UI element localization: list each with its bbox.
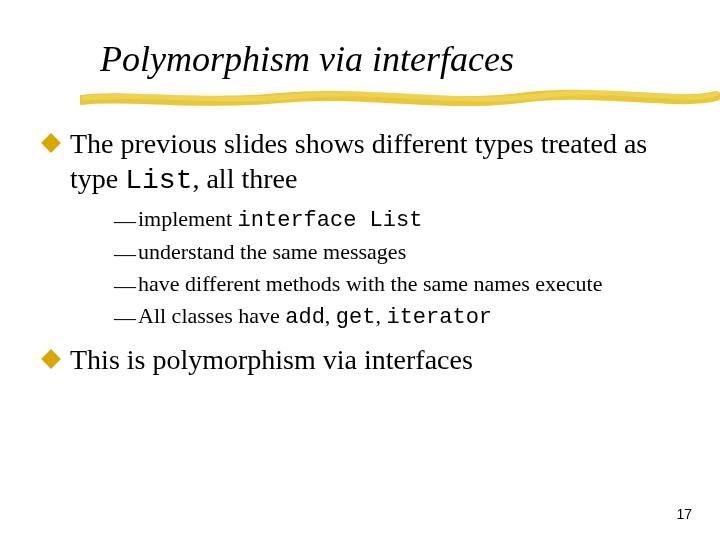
dash-icon: — xyxy=(114,239,128,269)
sub-bullet-3: — have different methods with the same n… xyxy=(114,269,680,299)
page-number: 17 xyxy=(676,506,692,522)
title-underline xyxy=(80,86,680,108)
sub-bullet-1-code: interface List xyxy=(238,208,423,233)
sub-bullet-4-c2: get xyxy=(336,305,376,330)
dash-icon: — xyxy=(114,303,128,333)
sub-bullet-2-text: understand the same messages xyxy=(138,239,406,264)
sub-bullet-4-s2: , xyxy=(375,303,386,328)
sub-bullet-4-c3: iterator xyxy=(386,305,492,330)
sub-bullet-3-text: have different methods with the same nam… xyxy=(138,271,602,296)
sub-bullet-4: — All classes have add, get, iterator xyxy=(114,301,680,333)
sub-bullet-1: — implement interface List xyxy=(114,204,680,236)
bullet-1: The previous slides shows different type… xyxy=(40,126,680,198)
sub-bullet-1-pre: implement xyxy=(138,206,238,231)
bullet-2: This is polymorphism via interfaces xyxy=(40,342,680,377)
bullet-2-text: This is polymorphism via interfaces xyxy=(70,344,473,375)
sub-bullets: — implement interface List — understand … xyxy=(114,204,680,333)
diamond-icon xyxy=(41,349,61,369)
sub-bullet-4-c1: add xyxy=(285,305,325,330)
slide: Polymorphism via interfaces The previous… xyxy=(0,0,720,540)
sub-bullet-2: — understand the same messages xyxy=(114,237,680,267)
bullet-1-code: List xyxy=(125,165,192,196)
diamond-icon xyxy=(41,133,61,153)
sub-bullet-4-pre: All classes have xyxy=(138,303,285,328)
bullet-1-text-post: , all three xyxy=(192,163,297,194)
slide-title: Polymorphism via interfaces xyxy=(100,40,680,80)
sub-bullet-4-s1: , xyxy=(325,303,336,328)
dash-icon: — xyxy=(114,206,128,236)
dash-icon: — xyxy=(114,271,128,301)
slide-content: The previous slides shows different type… xyxy=(40,126,680,378)
